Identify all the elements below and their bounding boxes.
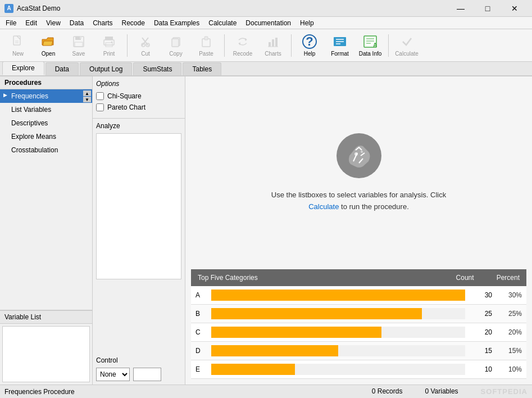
chart-row-label: E: [195, 365, 207, 373]
chart-row-count: 15: [470, 347, 492, 355]
menu-recode[interactable]: Recode: [117, 17, 149, 29]
chart-bar: [211, 290, 465, 301]
menu-help[interactable]: Help: [295, 17, 319, 29]
chart-row: D 15 15%: [191, 342, 526, 360]
chart-bar: [211, 345, 338, 356]
watermark: SOFTPEDIA: [481, 387, 528, 396]
chart-row: C 20 20%: [191, 323, 526, 342]
info-icon: [337, 133, 381, 178]
main-content: Procedures ▲ ▼ Frequencies List Variable…: [0, 76, 532, 385]
calculate-button: Calculate: [392, 31, 421, 60]
copy-button: Copy: [161, 31, 190, 60]
tab-data[interactable]: Data: [46, 62, 79, 75]
window-title: AcaStat Demo: [17, 4, 60, 12]
format-icon: [332, 34, 348, 49]
open-button[interactable]: Open: [34, 31, 63, 60]
charts-icon: [265, 34, 281, 49]
tab-explore[interactable]: Explore: [2, 61, 44, 75]
svg-point-32: [354, 152, 358, 156]
help-button[interactable]: ? Help: [295, 31, 324, 60]
control-dropdown[interactable]: None: [96, 368, 130, 381]
control-input-field[interactable]: [133, 368, 161, 381]
chart-rows-container: A 30 30% B 25 25% C 20 20% D 15 15% E 10…: [191, 286, 526, 379]
options-header: Options: [96, 80, 181, 88]
menu-data-examples[interactable]: Data Examples: [149, 17, 204, 29]
chart-row-count: 30: [470, 291, 492, 299]
chi-square-checkbox[interactable]: [96, 92, 104, 100]
chart-row-percent: 25%: [497, 310, 522, 318]
charts-toolbar-button: Charts: [258, 31, 288, 60]
variable-list-box[interactable]: [2, 326, 90, 382]
chart-row: E 10 10%: [191, 360, 526, 379]
help-icon: ?: [302, 34, 317, 49]
menu-bar: File Edit View Data Charts Recode Data E…: [0, 17, 532, 29]
chart-bar-container: [211, 364, 465, 375]
svg-rect-5: [80, 37, 81, 39]
menu-documentation[interactable]: Documentation: [241, 17, 295, 29]
proc-descriptives[interactable]: Descriptives: [0, 116, 92, 130]
scroll-down[interactable]: ▼: [83, 97, 91, 102]
info-text: Use the listboxes to select variables fo…: [271, 189, 446, 213]
separator-3: [291, 34, 292, 57]
menu-charts[interactable]: Charts: [88, 17, 117, 29]
proc-frequencies[interactable]: Frequencies: [0, 89, 92, 103]
chart-bar: [211, 327, 381, 338]
menu-data[interactable]: Data: [65, 17, 88, 29]
minimize-button[interactable]: —: [448, 0, 474, 17]
app-icon: A: [4, 4, 13, 13]
right-panel: Use the listboxes to select variables fo…: [185, 76, 532, 385]
proc-explore-means[interactable]: Explore Means: [0, 130, 92, 143]
chart-row-count: 20: [470, 328, 492, 336]
proc-list-variables[interactable]: List Variables: [0, 103, 92, 116]
analyze-box[interactable]: [96, 133, 181, 279]
pareto-chart-label: Pareto Chart: [107, 103, 145, 111]
menu-edit[interactable]: Edit: [21, 17, 42, 29]
left-panel: Procedures ▲ ▼ Frequencies List Variable…: [0, 76, 93, 385]
chart-row-label: A: [195, 291, 207, 299]
proc-crosstabulation[interactable]: Crosstabulation: [0, 143, 92, 157]
datainfo-button[interactable]: A Data Info: [356, 31, 385, 60]
format-button[interactable]: Format: [325, 31, 354, 60]
close-button[interactable]: ✕: [502, 0, 528, 17]
chi-square-label: Chi-Square: [107, 92, 142, 100]
scroll-up[interactable]: ▲: [83, 91, 91, 96]
paste-button: Paste: [192, 31, 221, 60]
menu-file[interactable]: File: [1, 17, 21, 29]
variable-list-header: Variable List: [0, 310, 92, 324]
analyze-header: Analyze: [96, 122, 181, 130]
tab-bar: Explore Data Output Log SumStats Tables: [0, 62, 532, 76]
maximize-button[interactable]: □: [475, 0, 501, 17]
chart-row-label: C: [195, 328, 207, 336]
tab-output-log[interactable]: Output Log: [80, 62, 132, 75]
new-button: New: [3, 31, 33, 60]
info-calculate-highlight: Calculate: [308, 202, 339, 211]
tab-sumstats[interactable]: SumStats: [133, 62, 181, 75]
status-right: 0 Records 0 Variables SOFTPEDIA: [372, 387, 528, 396]
cut-icon: [138, 34, 153, 49]
control-row: None: [96, 368, 181, 381]
chart-bar-container: [211, 327, 465, 338]
svg-rect-19: [269, 42, 271, 47]
svg-text:A: A: [373, 42, 377, 48]
tab-tables[interactable]: Tables: [183, 62, 221, 75]
chart-row-label: D: [195, 347, 207, 355]
menu-view[interactable]: View: [42, 17, 65, 29]
svg-rect-6: [75, 42, 83, 47]
chart-header: Top Five Categories Count Percent: [191, 269, 526, 286]
cut-button: Cut: [131, 31, 160, 60]
datainfo-icon: A: [362, 34, 378, 49]
separator-1: [127, 34, 128, 57]
copy-icon: [168, 34, 184, 49]
recode-icon: [235, 34, 251, 49]
pareto-chart-item: Pareto Chart: [96, 103, 181, 111]
menu-calculate[interactable]: Calculate: [204, 17, 241, 29]
svg-point-33: [361, 151, 363, 153]
info-line2-suffix: to run the procedure.: [339, 202, 408, 211]
chart-row-label: B: [195, 310, 207, 318]
chart-bar: [211, 364, 295, 375]
procedure-list: ▲ ▼ Frequencies List Variables Descripti…: [0, 89, 92, 310]
pareto-chart-checkbox[interactable]: [96, 103, 104, 111]
save-icon: [71, 34, 87, 49]
status-procedure: Frequencies Procedure: [4, 388, 75, 396]
svg-point-10: [111, 42, 113, 43]
